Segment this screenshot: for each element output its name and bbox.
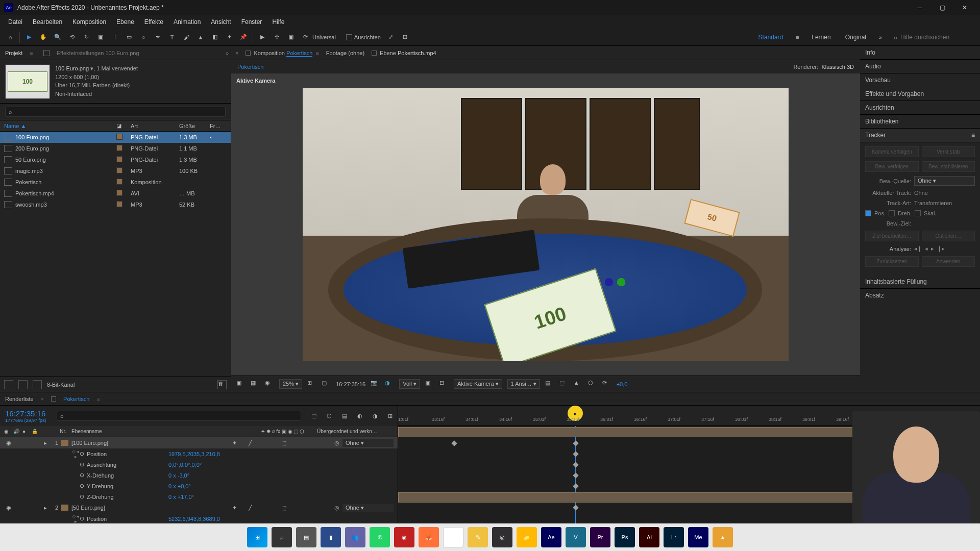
whatsapp-icon[interactable]: ✆ — [370, 527, 390, 547]
bpc-button[interactable]: 8-Bit-Kanal — [47, 382, 75, 388]
stamp-tool[interactable]: ▲ — [194, 31, 207, 44]
tab-projekt[interactable]: Projekt — [2, 48, 26, 58]
zoom-tool[interactable]: 🔍 — [51, 31, 64, 44]
edit-target-button[interactable]: Ziel bearbeiten… — [865, 231, 919, 241]
fast-preview-icon[interactable]: ▣ — [425, 380, 434, 389]
minimize-button[interactable]: ─ — [909, 0, 931, 15]
analyze-fwd1-icon[interactable]: ❙▸ — [937, 245, 945, 252]
panel-tracker-header[interactable]: Tracker≡ — [860, 129, 980, 142]
motion-blur-icon[interactable]: ◑ — [373, 413, 378, 419]
exposure-value[interactable]: +0,0 — [617, 381, 628, 387]
selection-tool[interactable]: ▶ — [22, 31, 36, 44]
3d-icon[interactable]: ⬚ — [559, 380, 569, 389]
timeline-icon[interactable]: ⊟ — [439, 380, 449, 389]
tab-effect-settings[interactable]: Effekteinstellungen 100 Euro.png — [54, 48, 142, 58]
taskbar-app-yellow[interactable]: ✎ — [468, 527, 488, 547]
view-axis-button[interactable]: ▣ — [284, 31, 298, 44]
pixel-aspect-icon[interactable]: ▤ — [545, 380, 554, 389]
eraser-tool[interactable]: ◧ — [208, 31, 222, 44]
panel-menu-icon[interactable]: ≡ — [971, 132, 975, 139]
workspace-lernen[interactable]: Lernen — [804, 34, 838, 41]
col-type[interactable]: Art — [131, 123, 179, 129]
panel-overflow-icon[interactable]: » — [226, 50, 229, 56]
vegas-icon[interactable]: V — [566, 527, 586, 547]
timeline-timecode[interactable]: 16:27:35:16 — [5, 409, 46, 418]
teams-icon[interactable]: 👥 — [345, 527, 365, 547]
project-item[interactable]: 200 Euro.pngPNG-Datei1,1 MB — [0, 143, 231, 154]
workspace-original[interactable]: Original — [838, 34, 873, 41]
pen-tool[interactable]: ✒ — [151, 31, 164, 44]
stabilize-motion-button[interactable]: Bew. stabilisieren — [922, 161, 975, 172]
menu-ansicht[interactable]: Ansicht — [206, 16, 236, 28]
project-item[interactable]: Pokertisch.mp4AVI… MB — [0, 188, 231, 199]
close-button[interactable]: ✕ — [953, 0, 976, 15]
tab-ebene[interactable]: Ebene Pokertisch.mp4 — [372, 50, 436, 56]
snap-opts-icon[interactable]: ⤢ — [384, 31, 398, 44]
graph-editor-icon[interactable]: ⊞ — [388, 413, 393, 419]
track-camera-button[interactable]: Kamera verfolgen — [865, 146, 919, 157]
layer-property[interactable]: ◇ ◂ ▸⊙Position1979,5,2035,3,210,8 — [0, 448, 398, 459]
menu-hilfe[interactable]: Hilfe — [267, 16, 289, 28]
rotation-checkbox[interactable] — [889, 210, 895, 216]
help-search-input[interactable] — [900, 34, 977, 41]
snap-toggle[interactable]: Ausrichten — [343, 34, 384, 40]
panel-vorschau[interactable]: Vorschau — [860, 73, 980, 87]
panel-effekte[interactable]: Effekte und Vorgaben — [860, 87, 980, 101]
rect-tool[interactable]: ▭ — [122, 31, 136, 44]
orbit-tool[interactable]: ⟲ — [65, 31, 79, 44]
photoshop-icon[interactable]: Ps — [615, 527, 635, 547]
reset-button[interactable]: Zurücksetzen — [865, 256, 919, 267]
analyze-back-icon[interactable]: ◂ — [925, 245, 928, 252]
project-item[interactable]: 50 Euro.pngPNG-Datei1,3 MB — [0, 154, 231, 165]
rotate-tool[interactable]: ↻ — [80, 31, 93, 44]
panel-absatz[interactable]: Absatz — [860, 289, 980, 302]
new-comp-button[interactable] — [33, 380, 42, 389]
taskbar-app-orange[interactable]: ▲ — [713, 527, 733, 547]
delete-button[interactable]: 🗑 — [217, 380, 227, 389]
puppet-tool[interactable]: 📌 — [237, 31, 250, 44]
roto-tool[interactable]: ✦ — [223, 31, 236, 44]
frame-blend-icon[interactable]: ◐ — [357, 413, 362, 419]
col-fr[interactable]: Fr… — [210, 123, 220, 129]
lightroom-icon[interactable]: Lr — [664, 527, 684, 547]
canvas[interactable]: 50 100 — [303, 88, 789, 361]
ellipse-tool[interactable]: ○ — [137, 31, 150, 44]
layer-property[interactable]: ⊙Y-Drehung0 x +0,0° — [0, 481, 398, 491]
workspace-standard[interactable]: Standard — [751, 34, 791, 41]
taskbar-app-white[interactable]: ♟ — [443, 527, 463, 547]
layer-property[interactable]: ⊙X-Drehung0 x -3,0° — [0, 470, 398, 481]
snapshot-icon[interactable]: 📷 — [371, 380, 380, 389]
position-checkbox[interactable] — [865, 210, 871, 216]
scale-checkbox[interactable] — [915, 210, 921, 216]
taskbar-app-red[interactable]: ◉ — [394, 527, 414, 547]
local-axis-button[interactable]: ▶ — [256, 31, 269, 44]
draft3d-icon[interactable]: ▲ — [574, 380, 583, 389]
panel-audio[interactable]: Audio — [860, 60, 980, 73]
always-preview-icon[interactable]: ▣ — [236, 380, 246, 389]
project-item[interactable]: swoosh.mp3MP352 KB — [0, 199, 231, 210]
taskbar-search-icon[interactable]: ⌕ — [272, 527, 292, 547]
panel-ausrichten[interactable]: Ausrichten — [860, 101, 980, 115]
home-button[interactable]: ⌂ — [4, 31, 17, 44]
interpret-footage-button[interactable] — [4, 380, 13, 389]
panel-content-fill[interactable]: Inhaltsbasierte Füllung — [860, 275, 980, 289]
renderer-dropdown[interactable]: Klassisch 3D — [821, 64, 854, 70]
mask-icon[interactable]: ◉ — [265, 380, 274, 389]
view-dropdown[interactable]: Aktive Kamera ▾ — [454, 379, 502, 389]
resolution-icon[interactable]: ⊞ — [307, 380, 316, 389]
project-search[interactable]: ⌕ — [5, 107, 226, 117]
pan-behind-tool[interactable]: ⊹ — [108, 31, 121, 44]
premiere-icon[interactable]: Pr — [590, 527, 610, 547]
apply-button[interactable]: Anwenden — [922, 256, 975, 267]
motion-source-dropdown[interactable]: Ohne ▾ — [914, 176, 975, 186]
project-item[interactable]: 100 Euro.pngPNG-Datei1,3 MB▪ — [0, 132, 231, 143]
panel-info[interactable]: Info — [860, 46, 980, 60]
flowchart-icon[interactable]: ⬡ — [588, 380, 597, 389]
menu-animation[interactable]: Animation — [168, 16, 206, 28]
universal-icon[interactable]: ⟳ — [299, 31, 312, 44]
workspace-menu-icon[interactable]: ≡ — [791, 31, 804, 44]
resolution-dropdown[interactable]: Voll ▾ — [399, 379, 420, 389]
transparency-grid-icon[interactable]: ▦ — [251, 380, 260, 389]
taskbar-app-1[interactable]: ▮ — [321, 527, 341, 547]
panel-bibliotheken[interactable]: Bibliotheken — [860, 115, 980, 129]
